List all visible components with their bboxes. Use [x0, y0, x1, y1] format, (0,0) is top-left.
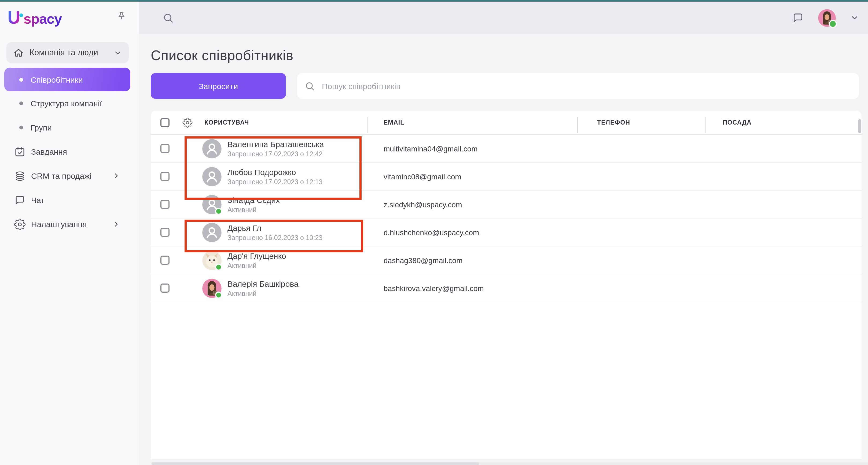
- employee-status: Активний: [227, 290, 299, 297]
- logo-u-glyph: U: [7, 8, 20, 27]
- table-body: Валентина Браташевська Запрошено 17.02.2…: [151, 135, 862, 302]
- content: Список співробітників Запросити КОРИСТУВ…: [139, 47, 868, 459]
- placeholder-avatar: [202, 139, 222, 158]
- horizontal-scrollbar-thumb[interactable]: [152, 462, 479, 465]
- email-cell: z.siedykh@uspacy.com: [368, 200, 577, 209]
- page-title: Список співробітників: [151, 47, 868, 64]
- row-checkbox[interactable]: [160, 144, 169, 153]
- cat-avatar-placeholder: [202, 223, 222, 242]
- chevron-right-icon: [112, 220, 121, 229]
- table-row[interactable]: Дар'я Глущенко Активний dashag380@gmail.…: [151, 246, 862, 274]
- row-checkbox[interactable]: [160, 228, 169, 237]
- main-area: Список співробітників Запросити КОРИСТУВ…: [139, 2, 868, 465]
- chevron-down-icon: [113, 48, 122, 57]
- placeholder-avatar: [202, 195, 222, 214]
- table-header-row: КОРИСТУВАЧ EMAIL ТЕЛЕФОН ПОСАДА: [151, 111, 862, 135]
- window-top-accent: [0, 0, 868, 2]
- column-header-position[interactable]: ПОСАДА: [706, 119, 862, 126]
- employee-status: Активний: [227, 262, 286, 269]
- email-cell: vitaminc08@gmail.com: [368, 172, 577, 181]
- user-avatar[interactable]: [818, 9, 836, 27]
- sidebar-item-label: CRM та продажі: [31, 171, 91, 180]
- cat-avatar: [202, 251, 222, 270]
- employee-name: Дар'я Глущенко: [227, 251, 286, 260]
- sidebar-item-співробітники[interactable]: Співробітники: [4, 68, 130, 91]
- pin-icon[interactable]: [116, 11, 127, 23]
- placeholder-avatar: [202, 167, 222, 186]
- actions-row: Запросити: [151, 73, 868, 99]
- sidebar-item-label: Співробітники: [31, 75, 83, 84]
- bullet-dot-icon: [19, 126, 23, 129]
- email-cell: multivitamina04@gmail.com: [368, 144, 577, 153]
- workspace-switcher[interactable]: Компанія та люди: [6, 42, 129, 63]
- app-root: U spacy Компанія та люди Співробітники С…: [0, 0, 868, 465]
- home-icon: [13, 47, 24, 58]
- table-row[interactable]: Зінаїда Сєдих Активний z.siedykh@uspacy.…: [151, 191, 862, 219]
- sidebar-item-label: Структура компанії: [31, 99, 102, 108]
- uspacy-logo[interactable]: U spacy: [7, 8, 62, 28]
- table-row[interactable]: Валерія Башкірова Активний bashkirova.va…: [151, 274, 862, 302]
- sidebar-item-структура-компанії[interactable]: Структура компанії: [0, 91, 139, 115]
- chat-bubble-icon[interactable]: [792, 11, 804, 24]
- sidebar-item-завдання[interactable]: Завдання: [0, 140, 139, 164]
- table-empty-space: [151, 302, 862, 459]
- sidebar-item-групи[interactable]: Групи: [0, 115, 139, 140]
- column-header-user[interactable]: КОРИСТУВАЧ: [205, 119, 249, 126]
- table-row[interactable]: Любов Подорожко Запрошено 17.02.2023 о 1…: [151, 163, 862, 191]
- invite-button[interactable]: Запросити: [151, 73, 286, 99]
- row-checkbox[interactable]: [160, 256, 169, 265]
- email-cell: dashag380@gmail.com: [368, 256, 577, 264]
- sidebar-item-crm-та-продажі[interactable]: CRM та продажі: [0, 164, 139, 188]
- employee-name: Валерія Башкірова: [227, 279, 299, 288]
- sidebar: U spacy Компанія та люди Співробітники С…: [0, 2, 139, 465]
- row-checkbox[interactable]: [160, 172, 169, 181]
- user-cell: Зінаїда Сєдих Активний: [151, 195, 368, 214]
- online-status-dot: [215, 291, 222, 298]
- sidebar-item-label: Групи: [31, 123, 52, 132]
- select-all-checkbox[interactable]: [160, 118, 169, 127]
- user-cell: Валентина Браташевська Запрошено 17.02.2…: [151, 139, 368, 158]
- column-header-email[interactable]: EMAIL: [368, 119, 577, 126]
- chevron-right-icon: [112, 171, 121, 180]
- employee-search-input[interactable]: [321, 81, 806, 91]
- topbar: [139, 2, 868, 34]
- email-cell: bashkirova.valery@gmail.com: [368, 284, 577, 292]
- employee-name: Валентина Браташевська: [227, 139, 324, 148]
- row-checkbox[interactable]: [160, 200, 169, 209]
- table-row[interactable]: Дарья Гл Запрошено 16.02.2023 о 10:23 d.…: [151, 219, 862, 246]
- vertical-scrollbar-thumb[interactable]: [858, 119, 861, 133]
- bullet-dot-icon: [19, 101, 23, 105]
- sidebar-item-налаштування[interactable]: Налаштування: [0, 212, 139, 236]
- logo-dot: [19, 13, 23, 17]
- online-status-dot: [829, 20, 837, 28]
- table-settings-gear-icon[interactable]: [182, 117, 193, 127]
- sidebar-nav: Співробітники Структура компанії Групи З…: [0, 66, 139, 236]
- user-cell: Дар'я Глущенко Активний: [151, 251, 368, 270]
- user-cell: Валерія Башкірова Активний: [151, 279, 368, 298]
- column-header-phone[interactable]: ТЕЛЕФОН: [577, 119, 706, 126]
- search-icon: [304, 80, 315, 92]
- online-status-dot: [215, 263, 222, 270]
- gear-icon: [14, 218, 26, 230]
- sidebar-item-чат[interactable]: Чат: [0, 188, 139, 212]
- workspace-label: Компанія та люди: [30, 48, 98, 57]
- calendar-check-icon: [14, 146, 26, 157]
- chat-bubble-icon: [14, 194, 26, 206]
- employees-table: КОРИСТУВАЧ EMAIL ТЕЛЕФОН ПОСАДА Валентин…: [151, 111, 862, 459]
- table-row[interactable]: Валентина Браташевська Запрошено 17.02.2…: [151, 135, 862, 163]
- bullet-dot-icon: [19, 78, 23, 81]
- employee-name: Дарья Гл: [227, 223, 322, 232]
- search-icon[interactable]: [162, 11, 174, 24]
- employee-status: Активний: [227, 206, 280, 213]
- row-checkbox[interactable]: [160, 284, 169, 293]
- sidebar-item-label: Налаштування: [31, 220, 87, 229]
- employee-status: Запрошено 16.02.2023 о 10:23: [227, 234, 322, 241]
- user-cell: Любов Подорожко Запрошено 17.02.2023 о 1…: [151, 167, 368, 186]
- employee-search: [297, 73, 859, 99]
- logo-wordmark: spacy: [24, 10, 62, 28]
- employee-name: Зінаїда Сєдих: [227, 195, 280, 204]
- woman-with-cat-avatar: [202, 279, 222, 298]
- sidebar-item-label: Завдання: [31, 147, 67, 156]
- horizontal-scrollbar[interactable]: [151, 462, 868, 465]
- chevron-down-icon[interactable]: [850, 13, 860, 23]
